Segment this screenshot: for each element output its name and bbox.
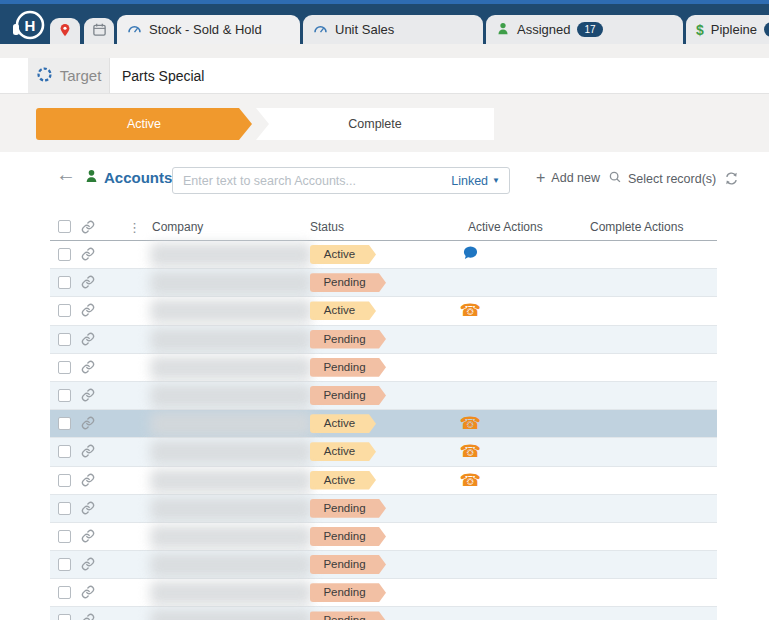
phone-icon[interactable]: ☎ [454, 301, 486, 321]
entity-title: Accounts [104, 169, 172, 186]
company-name-blurred [150, 469, 312, 493]
link-icon[interactable] [81, 275, 95, 293]
tab-assigned[interactable]: Assigned 17 [486, 15, 683, 44]
select-records-button[interactable]: Select record(s) [608, 170, 716, 187]
row-checkbox[interactable] [58, 474, 71, 487]
phone-icon[interactable]: ☎ [454, 442, 486, 462]
table-row[interactable]: Pending ☎ [50, 382, 717, 410]
tab-label: Assigned [517, 22, 570, 37]
status-badge: Pending [310, 499, 386, 518]
add-new-button[interactable]: + Add new [536, 170, 600, 186]
phone-icon[interactable]: ☎ [454, 414, 486, 434]
row-checkbox[interactable] [58, 361, 71, 374]
table-row[interactable]: Pending ☎ [50, 495, 717, 523]
chat-icon[interactable] [454, 245, 486, 265]
row-checkbox[interactable] [58, 417, 71, 430]
dollar-icon: $ [696, 22, 704, 38]
link-icon[interactable] [81, 416, 95, 434]
link-icon[interactable] [81, 360, 95, 378]
tab-label: Pipleine [711, 22, 757, 37]
select-records-label: Select record(s) [628, 172, 716, 186]
add-new-label: Add new [551, 171, 600, 185]
status-badge: Pending [310, 358, 386, 377]
column-complete-actions: Complete Actions [590, 220, 683, 234]
status-badge: Active [310, 301, 376, 320]
link-icon[interactable] [81, 529, 95, 547]
row-checkbox[interactable] [58, 389, 71, 402]
table-row[interactable]: Pending ☎ [50, 354, 717, 382]
app-logo-icon[interactable]: H [10, 7, 48, 43]
company-name-blurred [150, 412, 312, 436]
tab-calendar[interactable] [84, 18, 114, 44]
chevron-down-icon: ▼ [492, 176, 500, 185]
company-name-blurred [150, 328, 312, 352]
content-panel: ← Accounts Linked ▼ + Add new Sel [0, 152, 769, 620]
tab-map-pin[interactable] [50, 18, 80, 44]
table-row[interactable]: Pending ☎ [50, 269, 717, 297]
column-menu-icon[interactable]: ⋮ [128, 220, 141, 235]
target-icon [36, 66, 53, 86]
pipeline-count-badge: 7 [764, 22, 769, 37]
company-name-blurred [150, 299, 312, 323]
column-company: Company [152, 220, 203, 234]
row-checkbox[interactable] [58, 445, 71, 458]
select-all-checkbox[interactable] [58, 220, 71, 233]
link-icon[interactable] [81, 557, 95, 575]
tab-label: Unit Sales [335, 22, 394, 37]
tab-parts-special[interactable]: Parts Special [122, 58, 204, 93]
phone-icon[interactable]: ☎ [454, 471, 486, 491]
tab-pipeline[interactable]: $ Pipleine 7 [686, 15, 769, 44]
row-checkbox[interactable] [58, 558, 71, 571]
link-icon[interactable] [81, 444, 95, 462]
status-badge: Pending [310, 583, 386, 602]
tab-unit-sales[interactable]: Unit Sales [303, 15, 483, 44]
map-pin-icon [58, 22, 72, 41]
column-status: Status [310, 220, 344, 234]
row-checkbox[interactable] [58, 530, 71, 543]
table-row[interactable]: Pending ☎ [50, 607, 717, 620]
back-arrow-icon[interactable]: ← [56, 163, 76, 186]
step-active[interactable]: Active [36, 108, 252, 140]
row-checkbox[interactable] [58, 614, 71, 620]
company-name-blurred [150, 356, 312, 380]
link-icon[interactable] [81, 473, 95, 491]
row-checkbox[interactable] [58, 248, 71, 261]
table-row[interactable]: Active ☎ [50, 467, 717, 495]
accounts-person-icon [84, 168, 99, 188]
table-row[interactable]: Pending ☎ [50, 551, 717, 579]
table-row[interactable]: Active ☎ [50, 241, 717, 269]
link-icon[interactable] [81, 247, 95, 265]
link-icon[interactable] [81, 332, 95, 350]
status-badge: Pending [310, 527, 386, 546]
row-checkbox[interactable] [58, 276, 71, 289]
table-row[interactable]: Active ☎ [50, 297, 717, 325]
link-icon[interactable] [81, 585, 95, 603]
row-checkbox[interactable] [58, 502, 71, 515]
table-row[interactable]: Active ☎ [50, 438, 717, 466]
step-complete[interactable]: Complete [256, 108, 494, 140]
status-badge: Active [310, 245, 376, 264]
accounts-toolbar: ← Accounts Linked ▼ + Add new Sel [0, 152, 769, 208]
person-icon [496, 21, 510, 39]
linked-filter-dropdown[interactable]: Linked ▼ [451, 174, 509, 188]
link-icon[interactable] [81, 388, 95, 406]
link-icon[interactable] [81, 501, 95, 519]
row-checkbox[interactable] [58, 586, 71, 599]
row-checkbox[interactable] [58, 304, 71, 317]
assigned-count-badge: 17 [577, 22, 602, 37]
refresh-icon[interactable] [724, 171, 739, 190]
table-row[interactable]: Pending ☎ [50, 326, 717, 354]
top-accent-strip [0, 0, 769, 4]
calendar-icon [92, 22, 107, 40]
link-icon[interactable] [81, 613, 95, 620]
table-row[interactable]: Pending ☎ [50, 523, 717, 551]
search-input[interactable] [173, 174, 451, 188]
company-name-blurred [150, 497, 312, 521]
status-badge: Pending [310, 555, 386, 574]
link-icon[interactable] [81, 303, 95, 321]
table-header: ⋮ Company Status Active Actions Complete… [50, 214, 717, 241]
tab-stock-sold-hold[interactable]: Stock - Sold & Hold [117, 15, 300, 44]
table-row[interactable]: Active ☎ [50, 410, 717, 438]
row-checkbox[interactable] [58, 333, 71, 346]
table-row[interactable]: Pending ☎ [50, 579, 717, 607]
